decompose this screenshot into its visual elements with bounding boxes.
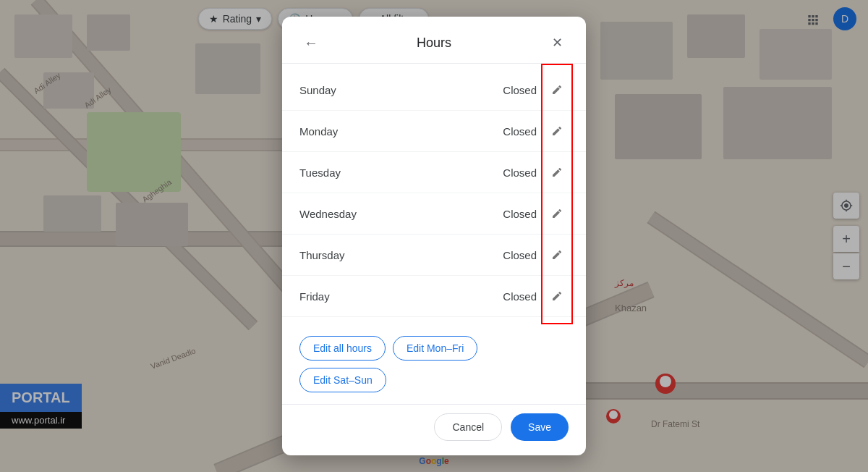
days-list: Sunday Closed Monday Closed Tuesday Clos… <box>282 64 586 324</box>
back-button[interactable]: ← <box>299 31 323 54</box>
table-row: Wednesday Closed <box>282 193 586 235</box>
edit-mon-fri-button[interactable]: Edit Mon–Fri <box>393 336 477 361</box>
day-status-friday: Closed <box>503 290 537 303</box>
table-row: Monday Closed <box>282 111 586 152</box>
table-row: Thursday Closed <box>282 235 586 276</box>
edit-friday-button[interactable] <box>545 285 569 308</box>
edit-mon-fri-label: Edit Mon–Fri <box>407 342 464 354</box>
edit-all-hours-button[interactable]: Edit all hours <box>299 336 386 361</box>
edit-thursday-button[interactable] <box>545 243 569 266</box>
edit-monday-button[interactable] <box>545 119 569 143</box>
edit-sat-sun-label: Edit Sat–Sun <box>313 374 373 386</box>
edit-all-hours-label: Edit all hours <box>313 342 372 354</box>
table-row: Saturday Closed <box>282 317 586 324</box>
day-status-sunday: Closed <box>503 84 537 96</box>
edit-tuesday-button[interactable] <box>545 161 569 184</box>
day-name-monday: Monday <box>299 125 503 138</box>
table-row: Tuesday Closed <box>282 152 586 193</box>
day-name-sunday: Sunday <box>299 84 503 96</box>
hours-modal: ← Hours ✕ Sunday Closed Monday Closed <box>282 17 586 455</box>
cancel-button[interactable]: Cancel <box>434 413 502 441</box>
edit-wednesday-button[interactable] <box>545 202 569 225</box>
day-name-friday: Friday <box>299 290 503 303</box>
day-name-tuesday: Tuesday <box>299 167 503 179</box>
edit-sat-sun-button[interactable]: Edit Sat–Sun <box>299 368 386 392</box>
day-name-thursday: Thursday <box>299 249 503 261</box>
day-status-tuesday: Closed <box>503 167 537 179</box>
day-status-thursday: Closed <box>503 249 537 261</box>
modal-title: Hours <box>323 35 545 51</box>
edit-sunday-button[interactable] <box>545 78 569 101</box>
day-status-wednesday: Closed <box>503 208 537 220</box>
close-button[interactable]: ✕ <box>545 31 569 54</box>
save-button[interactable]: Save <box>511 413 569 441</box>
modal-footer: Cancel Save <box>282 404 586 455</box>
back-arrow-icon: ← <box>304 35 318 51</box>
day-status-monday: Closed <box>503 125 537 138</box>
action-buttons: Edit all hours Edit Mon–Fri Edit Sat–Sun <box>282 324 586 404</box>
save-label: Save <box>528 421 551 433</box>
close-icon: ✕ <box>552 35 563 51</box>
day-name-wednesday: Wednesday <box>299 208 503 220</box>
table-row: Friday Closed <box>282 276 586 317</box>
cancel-label: Cancel <box>452 421 484 433</box>
modal-header: ← Hours ✕ <box>282 17 586 64</box>
table-row: Sunday Closed <box>282 69 586 111</box>
